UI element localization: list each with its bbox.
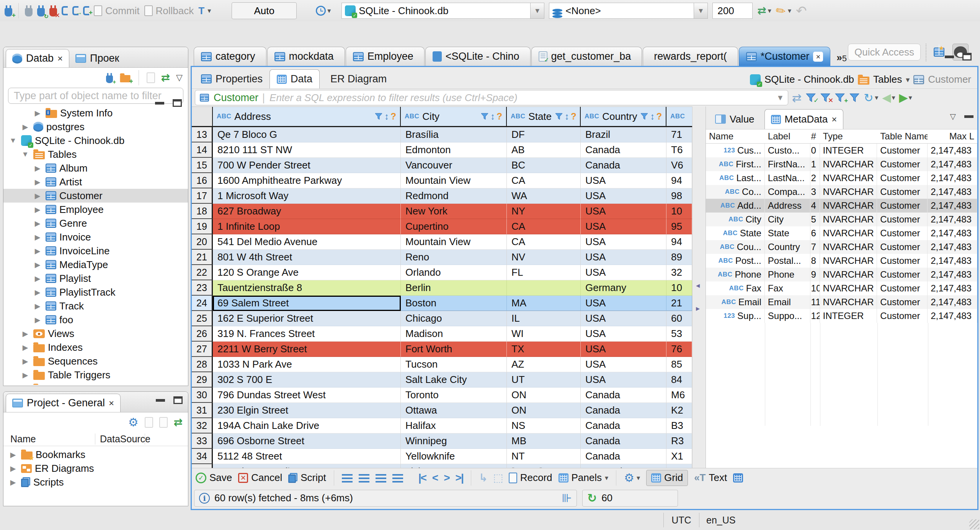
table-row[interactable]: 18 627 Broadway New York NY USA 10	[192, 204, 692, 219]
cell-country[interactable]: USA	[581, 188, 666, 204]
cell-state[interactable]: WA	[507, 188, 581, 204]
tree-twisty-icon[interactable]: ▶	[33, 247, 42, 255]
cell-address[interactable]: 194A Chain Lake Drive	[213, 418, 401, 433]
cell-postal-clipped[interactable]: 21	[666, 296, 692, 311]
metadata-row[interactable]: ABCPost... Postal... 8 NVARCHAR Customer…	[706, 254, 977, 268]
navigator-tab[interactable]: Datab ×	[6, 49, 69, 67]
cell-address[interactable]: 696 Osborne Street	[213, 433, 401, 449]
cell-city[interactable]: Redmond	[401, 188, 507, 204]
table-row[interactable]: 28 1033 N Park Ave Tucson AZ USA 85	[192, 357, 692, 372]
panel-sash[interactable]: ◂ ▸	[692, 106, 706, 468]
cell-address[interactable]: Rua da Assunção 53	[213, 464, 401, 468]
minimize-editor-icon[interactable]	[945, 56, 954, 58]
filter-save-icon[interactable]: +	[835, 92, 845, 103]
row-number-cell[interactable]: 31	[192, 403, 213, 418]
tree-twisty-icon[interactable]: ▶	[20, 343, 30, 352]
edit-row-icon[interactable]	[342, 473, 353, 483]
reconnect-icon[interactable]: ↻	[37, 8, 45, 16]
cell-state[interactable]: AZ	[507, 357, 581, 372]
grid-corner-cell[interactable]	[192, 107, 213, 127]
meta-col-type[interactable]: Type	[820, 131, 877, 142]
table-row[interactable]: 30 796 Dundas Street West Toronto ON Can…	[192, 388, 692, 403]
cell-postal-clipped[interactable]: 94	[666, 234, 692, 250]
tree-item[interactable]: ▶ Sequences	[3, 354, 188, 368]
refresh-sync-icon[interactable]: ⇄	[757, 5, 766, 16]
cell-city[interactable]: Orlando	[401, 265, 507, 280]
table-row[interactable]: 34 5112 48 Street Yellowknife NT Canada …	[192, 449, 692, 464]
tree-item[interactable]: ▶ Scripts	[3, 475, 188, 489]
editor-tab[interactable]: *Customer ×	[739, 47, 831, 66]
tree-twisty-icon[interactable]: ▶	[20, 329, 30, 338]
cell-city[interactable]: Cupertino	[401, 219, 507, 234]
cell-postal-clipped[interactable]: 98	[666, 188, 692, 204]
row-number-cell[interactable]: 14	[192, 142, 213, 158]
row-number-cell[interactable]: 23	[192, 280, 213, 296]
editor-subtab[interactable]: Data	[270, 69, 320, 88]
disconnect-icon[interactable]: ✕	[49, 8, 57, 16]
calc-panel-icon[interactable]: ⊪	[562, 491, 572, 505]
row-number-cell[interactable]: 29	[192, 372, 213, 388]
filter-remove-icon[interactable]: ✕	[820, 92, 831, 103]
filter-expression-input[interactable]	[269, 92, 773, 104]
row-number-cell[interactable]: 16	[192, 173, 213, 188]
new-transaction-icon[interactable]: +	[83, 6, 89, 15]
cell-address[interactable]: 69 Salem Street	[213, 296, 401, 311]
cell-address[interactable]: 319 N. Frances Street	[213, 326, 401, 342]
tree-twisty-icon[interactable]: ▶	[33, 260, 42, 269]
delete-row-icon[interactable]	[392, 473, 403, 483]
tree-item[interactable]: ▶ Customer	[3, 189, 188, 203]
table-row[interactable]: 17 1 Microsoft Way Redmond WA USA 98	[192, 188, 692, 204]
tree-item[interactable]: ▶ Track	[3, 299, 188, 313]
cell-postal-clipped[interactable]: 71	[666, 127, 692, 142]
sash-collapse-left-icon[interactable]: ◂	[696, 281, 700, 290]
close-icon[interactable]: ×	[813, 52, 823, 62]
cell-city[interactable]: Tucson	[401, 357, 507, 372]
resize-grip[interactable]	[969, 519, 979, 529]
cell-postal-clipped[interactable]: M6	[666, 388, 692, 403]
table-row[interactable]: 20 541 Del Medio Avenue Mountain View CA…	[192, 234, 692, 250]
cell-state[interactable]: CA	[507, 173, 581, 188]
tree-item[interactable]: ▶ Data Types	[3, 382, 188, 385]
cell-postal-clipped[interactable]: 53	[666, 326, 692, 342]
cell-address[interactable]: 541 Del Medio Avenue	[213, 234, 401, 250]
table-row[interactable]: 23 Tauentzienstraße 8 Berlin Germany 10	[192, 280, 692, 296]
tree-twisty-icon[interactable]: ▶	[33, 233, 42, 242]
editor-tab[interactable]: get_customer_ba	[531, 47, 642, 66]
row-number-cell[interactable]: 35	[192, 464, 213, 468]
cell-postal-clipped[interactable]: 76	[666, 342, 692, 357]
tree-twisty-icon[interactable]: ▶	[33, 164, 42, 173]
editor-subtab[interactable]: ER Diagram	[320, 69, 394, 88]
metadata-row[interactable]: ABCFax Fax 10 NVARCHAR Customer 2,147,48…	[706, 281, 977, 295]
table-row[interactable]: 22 120 S Orange Ave Orlando FL USA 32	[192, 265, 692, 280]
meta-col-max[interactable]: Max L	[928, 131, 977, 142]
cell-state[interactable]: IL	[507, 311, 581, 326]
cell-city[interactable]: Winnipeg	[401, 433, 507, 449]
cell-city[interactable]: Madison	[401, 326, 507, 342]
cell-country[interactable]: USA	[581, 357, 666, 372]
tree-item[interactable]: ▶ InvoiceLine	[3, 244, 188, 258]
cell-postal-clipped[interactable]: 94	[666, 173, 692, 188]
cell-postal-clipped[interactable]: 10	[666, 204, 692, 219]
duplicate-row-icon[interactable]	[376, 473, 386, 483]
commit-button[interactable]: Commit	[94, 5, 140, 17]
navigator-tab[interactable]: Проек	[69, 49, 129, 67]
cell-country[interactable]: Germany	[581, 280, 666, 296]
autocommit-mode-icon[interactable]	[62, 6, 68, 15]
tree-twisty-icon[interactable]: ▶	[20, 371, 30, 380]
tree-twisty-icon[interactable]: ▶	[20, 357, 30, 366]
cell-address[interactable]: 1 Microsoft Way	[213, 188, 401, 204]
cell-country[interactable]: Canada	[581, 449, 666, 464]
rollback-button[interactable]: Rollback	[144, 5, 194, 17]
cell-state[interactable]: WI	[507, 326, 581, 342]
cell-postal-clipped[interactable]: X1	[666, 449, 692, 464]
tree-item[interactable]: ▼ Tables	[3, 147, 188, 161]
column-header-state[interactable]: ABCState ↕?	[507, 107, 581, 127]
cell-city[interactable]: New York	[401, 204, 507, 219]
cell-country[interactable]: USA	[581, 173, 666, 188]
tree-twisty-icon[interactable]: ▶	[33, 178, 42, 186]
grid-view-button[interactable]: Grid	[646, 470, 688, 486]
filter-apply-icon[interactable]: ✓	[805, 92, 816, 103]
maximize-view-icon[interactable]	[173, 396, 183, 404]
tree-item[interactable]: ▼ SQLite - Chinook.db	[3, 134, 188, 147]
next-row-icon[interactable]: >	[444, 472, 449, 484]
